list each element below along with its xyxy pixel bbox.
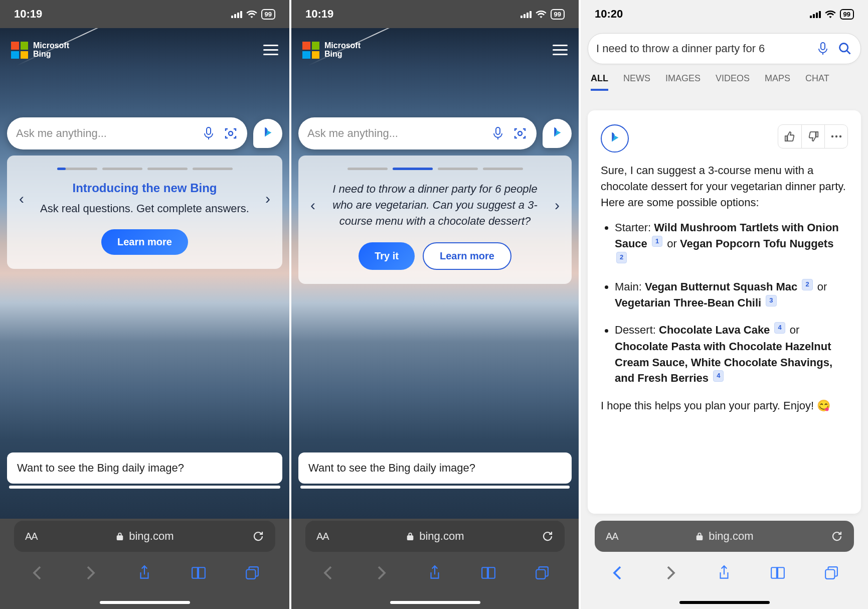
status-icons: 99	[810, 9, 854, 20]
svg-rect-6	[821, 43, 825, 50]
mic-icon[interactable]	[201, 126, 216, 141]
address-bar[interactable]: AA bing.com	[595, 521, 854, 552]
tab-images[interactable]: IMAGES	[665, 73, 701, 91]
home-indicator[interactable]	[390, 601, 480, 604]
cellular-icon	[810, 10, 821, 18]
learn-more-button[interactable]: Learn more	[423, 242, 511, 270]
bing-chat-button[interactable]	[253, 119, 282, 148]
text-size-button[interactable]: AA	[316, 531, 329, 542]
mic-icon[interactable]	[490, 126, 505, 141]
citation-badge[interactable]: 4	[713, 370, 724, 382]
carousel-prev-icon[interactable]: ‹	[305, 197, 320, 214]
learn-more-button[interactable]: Learn more	[101, 229, 188, 255]
carousel-next-icon[interactable]: ›	[260, 190, 275, 207]
thumbs-down-button[interactable]	[801, 125, 824, 148]
forward-button[interactable]	[661, 563, 681, 583]
share-button[interactable]	[425, 563, 445, 583]
search-pill[interactable]	[7, 117, 247, 149]
response-item: Main: Vegan Butternut Squash Mac 2 or Ve…	[615, 279, 848, 311]
citation-badge[interactable]: 4	[774, 322, 785, 334]
url-text: bing.com	[709, 530, 753, 543]
reload-icon[interactable]	[252, 530, 264, 542]
back-button[interactable]	[318, 563, 338, 583]
tabs-button[interactable]	[532, 563, 552, 583]
search-pill[interactable]	[298, 117, 537, 149]
try-it-button[interactable]: Try it	[359, 242, 415, 270]
thumbs-up-button[interactable]	[778, 125, 801, 148]
bookmarks-button[interactable]	[768, 563, 788, 583]
battery-icon: 99	[551, 9, 565, 20]
tab-news[interactable]: NEWS	[623, 73, 650, 91]
carousel-dot[interactable]	[393, 168, 433, 170]
carousel-dot[interactable]	[102, 168, 142, 170]
bing-header: MicrosoftBing	[291, 35, 579, 65]
carousel-dot[interactable]	[193, 168, 233, 170]
tab-all[interactable]: ALL	[591, 73, 608, 91]
search-input[interactable]	[16, 127, 194, 140]
carousel-dot[interactable]	[483, 168, 523, 170]
share-button[interactable]	[134, 563, 154, 583]
camera-scan-icon[interactable]	[512, 126, 528, 141]
text-size-button[interactable]: AA	[25, 531, 38, 542]
home-indicator[interactable]	[679, 601, 770, 604]
carousel-dot[interactable]	[57, 168, 97, 170]
carousel-dot[interactable]	[147, 168, 188, 170]
chat-response-card: Sure, I can suggest a 3-course menu with…	[588, 110, 861, 514]
daily-image-prompt[interactable]: Want to see the Bing daily image?	[298, 452, 572, 484]
address-bar[interactable]: AA bing.com	[305, 521, 565, 552]
feedback-buttons	[778, 124, 848, 148]
citation-badge[interactable]: 2	[616, 252, 627, 263]
daily-image-prompt[interactable]: Want to see the Bing daily image?	[7, 452, 282, 484]
tab-maps[interactable]: MAPS	[765, 73, 790, 91]
carousel-next-icon[interactable]: ›	[550, 197, 565, 214]
wifi-icon	[536, 10, 547, 18]
menu-button[interactable]	[553, 45, 568, 56]
tab-videos[interactable]: VIDEOS	[716, 73, 750, 91]
share-button[interactable]	[714, 563, 734, 583]
brand-text: MicrosoftBing	[324, 42, 361, 59]
back-button[interactable]	[27, 563, 47, 583]
brand-text: MicrosoftBing	[33, 42, 69, 59]
card-subtitle: Ask real questions. Get complete answers…	[35, 201, 254, 216]
microsoft-bing-logo[interactable]: MicrosoftBing	[302, 42, 361, 59]
citation-badge[interactable]: 1	[652, 236, 662, 247]
carousel-prev-icon[interactable]: ‹	[14, 190, 29, 207]
status-time: 10:20	[595, 8, 623, 21]
home-indicator[interactable]	[100, 601, 190, 604]
intro-card: ‹ Introducing the new Bing Ask real ques…	[7, 156, 282, 269]
battery-icon: 99	[840, 9, 854, 20]
menu-button[interactable]	[263, 45, 278, 56]
background-image	[0, 28, 289, 519]
tabs-button[interactable]	[242, 563, 262, 583]
svg-point-8	[831, 135, 833, 137]
svg-point-9	[835, 135, 837, 137]
search-input[interactable]	[307, 127, 483, 140]
reload-icon[interactable]	[831, 530, 843, 542]
svg-point-4	[518, 131, 522, 135]
back-button[interactable]	[607, 563, 627, 583]
text-size-button[interactable]: AA	[606, 531, 618, 542]
citation-badge[interactable]: 3	[766, 295, 776, 307]
search-box[interactable]	[588, 33, 861, 64]
carousel-indicators	[305, 168, 565, 170]
tab-chat[interactable]: CHAT	[805, 73, 829, 91]
forward-button[interactable]	[81, 563, 101, 583]
microsoft-bing-logo[interactable]: MicrosoftBing	[11, 42, 69, 59]
reload-icon[interactable]	[542, 530, 554, 542]
more-options-button[interactable]	[824, 125, 847, 148]
bing-chat-button[interactable]	[543, 119, 572, 148]
carousel-dot[interactable]	[348, 168, 388, 170]
search-icon[interactable]	[837, 41, 852, 56]
address-bar[interactable]: AA bing.com	[14, 521, 275, 552]
mic-icon[interactable]	[815, 41, 830, 56]
bookmarks-button[interactable]	[189, 563, 209, 583]
search-input[interactable]	[596, 42, 808, 55]
bookmarks-button[interactable]	[478, 563, 498, 583]
cellular-icon	[231, 10, 242, 18]
camera-scan-icon[interactable]	[223, 126, 238, 141]
tabs-button[interactable]	[821, 563, 841, 583]
citation-badge[interactable]: 2	[802, 279, 812, 290]
forward-button[interactable]	[372, 563, 392, 583]
status-time: 10:19	[305, 8, 333, 21]
carousel-dot[interactable]	[438, 168, 478, 170]
